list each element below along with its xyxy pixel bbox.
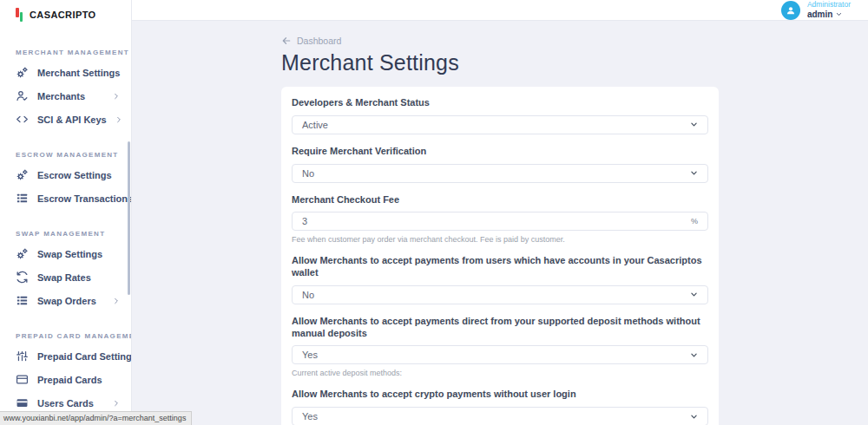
app-window: CASACRIPTO MERCHANT MANAGEMENT Merchant … [0, 0, 868, 425]
field-label-checkout-fee: Merchant Checkout Fee [292, 194, 708, 206]
checkout-fee-field: % [292, 212, 708, 231]
checkout-fee-helper: Fee when customer pay order via merchant… [292, 235, 708, 244]
field-label-wallet-payments: Allow Merchants to accept payments from … [292, 255, 708, 279]
sidebar-item-label: Users Cards [37, 398, 94, 409]
sidebar-item-label: Prepaid Card Settings [37, 351, 132, 362]
chevron-right-icon [113, 400, 120, 407]
chevron-down-icon [690, 413, 698, 421]
sidebar-item-label: Merchants [37, 91, 85, 101]
main-content: Dashboard Merchant Settings Developers &… [132, 21, 868, 425]
gears-icon [16, 66, 29, 79]
sidebar-item-label: Escrow Settings [37, 170, 112, 180]
merchant-verification-select[interactable]: No [292, 164, 708, 183]
field-label-merchant-verification: Require Merchant Verification [292, 146, 708, 158]
sidebar-item-sci-api-keys[interactable]: SCI & API Keys [0, 108, 131, 131]
gears-icon [16, 168, 29, 181]
sidebar-item-label: Swap Orders [37, 296, 96, 306]
chevron-down-icon [836, 11, 842, 17]
field-label-merchant-status: Developers & Merchant Status [292, 97, 708, 109]
gears-icon [16, 247, 29, 260]
card-icon [16, 373, 29, 386]
sliders-icon [16, 350, 29, 363]
sidebar-scrollbar-thumb[interactable] [128, 141, 130, 295]
breadcrumb-label: Dashboard [297, 36, 341, 46]
selected-value: Yes [302, 411, 318, 422]
settings-form-card: Developers & Merchant Status Active Requ… [281, 87, 719, 425]
breadcrumb-dashboard[interactable]: Dashboard [281, 36, 341, 46]
chevron-down-icon [690, 291, 698, 298]
user-role: Administrator [807, 0, 851, 10]
sidebar: CASACRIPTO MERCHANT MANAGEMENT Merchant … [0, 0, 132, 425]
sidebar-nav: MERCHANT MANAGEMENT Merchant Settings Me… [0, 49, 131, 425]
sidebar-item-swap-orders[interactable]: Swap Orders [0, 289, 131, 312]
checkout-fee-input[interactable] [302, 212, 691, 230]
chevron-right-icon [115, 116, 122, 123]
direct-deposit-payments-select[interactable]: Yes [292, 345, 708, 364]
sidebar-item-escrow-transactions[interactable]: Escrow Transactions [0, 186, 131, 210]
chevron-down-icon [690, 351, 698, 359]
avatar[interactable] [781, 1, 800, 20]
sidebar-item-swap-settings[interactable]: Swap Settings [0, 242, 131, 265]
brand-logo[interactable]: CASACRIPTO [0, 0, 131, 29]
sidebar-item-merchants[interactable]: Merchants [0, 84, 131, 108]
sidebar-item-label: Prepaid Cards [37, 375, 102, 385]
field-label-direct-deposit-payments: Allow Merchants to accept payments direc… [292, 316, 708, 340]
status-bar-url: www.youxianbi.net/app/admin/?a=merchant_… [0, 411, 192, 425]
list-icon [16, 192, 29, 205]
sidebar-item-escrow-settings[interactable]: Escrow Settings [0, 163, 131, 186]
sidebar-item-label: Merchant Settings [37, 68, 120, 78]
section-title-escrow-management: ESCROW MANAGEMENT [16, 151, 115, 159]
chevron-right-icon [113, 93, 120, 100]
swap-icon [16, 271, 29, 284]
brand-name: CASACRIPTO [30, 10, 96, 20]
user-name[interactable]: admin [807, 10, 851, 21]
chevron-down-icon [690, 121, 698, 128]
selected-value: Active [302, 120, 328, 130]
section-title-merchant-management: MERCHANT MANAGEMENT [16, 49, 115, 56]
sidebar-item-label: Escrow Transactions [37, 193, 132, 204]
wallet-payments-select[interactable]: No [292, 285, 708, 304]
user-menu[interactable]: Administrator admin [781, 0, 851, 20]
sidebar-item-swap-rates[interactable]: Swap Rates [0, 265, 131, 289]
sidebar-item-label: Swap Rates [37, 272, 91, 283]
selected-value: No [302, 168, 314, 179]
merchant-status-select[interactable]: Active [292, 115, 708, 134]
chevron-down-icon [690, 169, 698, 177]
deposit-methods-helper: Current active deposit methods: [292, 369, 708, 377]
page-title: Merchant Settings [281, 50, 868, 75]
candlestick-logo-icon [16, 8, 24, 23]
top-header: Administrator admin [132, 0, 868, 21]
sidebar-item-label: Swap Settings [37, 249, 102, 259]
sidebar-item-label: SCI & API Keys [37, 114, 107, 125]
list-icon [16, 294, 29, 307]
percent-suffix: % [691, 217, 698, 226]
sidebar-item-prepaid-cards[interactable]: Prepaid Cards [0, 368, 131, 391]
selected-value: No [302, 290, 314, 300]
back-arrow-icon [281, 36, 292, 46]
chevron-right-icon [113, 298, 120, 304]
section-title-swap-management: SWAP MANAGEMENT [16, 230, 115, 238]
selected-value: Yes [302, 350, 318, 360]
sidebar-item-merchant-settings[interactable]: Merchant Settings [0, 61, 131, 84]
sidebar-item-prepaid-card-settings[interactable]: Prepaid Card Settings [0, 344, 131, 368]
crypto-no-login-select[interactable]: Yes [292, 407, 708, 425]
code-icon [16, 113, 29, 126]
user-check-icon [16, 89, 29, 102]
field-label-crypto-no-login: Allow Merchants to accept crypto payment… [292, 389, 708, 401]
card-filled-icon [16, 396, 29, 409]
section-title-prepaid-card-management: PREPAID CARD MANAGEMENT [16, 332, 115, 340]
